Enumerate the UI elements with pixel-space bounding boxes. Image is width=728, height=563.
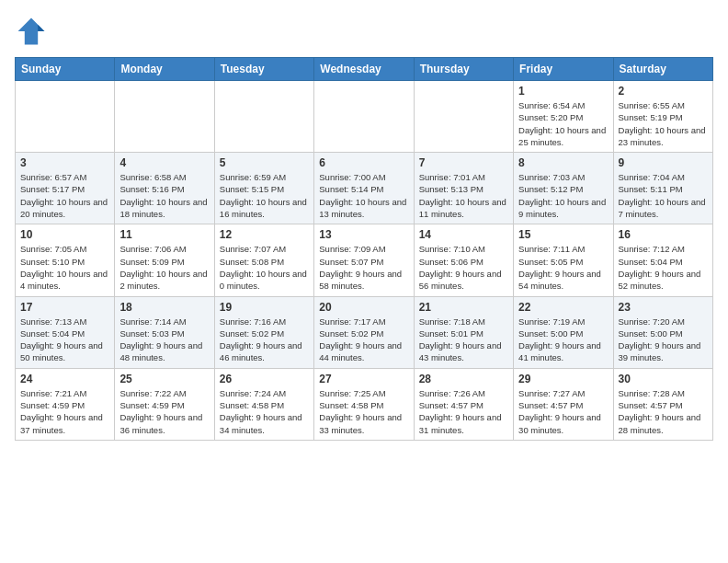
calendar-cell: 28Sunrise: 7:26 AM Sunset: 4:57 PM Dayli…: [414, 368, 513, 440]
calendar-cell: 23Sunrise: 7:20 AM Sunset: 5:00 PM Dayli…: [613, 296, 712, 368]
calendar-cell: 20Sunrise: 7:17 AM Sunset: 5:02 PM Dayli…: [314, 296, 414, 368]
day-info: Sunrise: 7:01 AM Sunset: 5:13 PM Dayligh…: [419, 171, 508, 220]
calendar-cell: 13Sunrise: 7:09 AM Sunset: 5:07 PM Dayli…: [314, 224, 414, 296]
day-info: Sunrise: 7:12 AM Sunset: 5:04 PM Dayligh…: [619, 243, 708, 292]
calendar-cell: 30Sunrise: 7:28 AM Sunset: 4:57 PM Dayli…: [613, 368, 712, 440]
day-info: Sunrise: 7:03 AM Sunset: 5:12 PM Dayligh…: [518, 171, 608, 220]
calendar-day-header: Thursday: [414, 58, 513, 81]
calendar-cell: 17Sunrise: 7:13 AM Sunset: 5:04 PM Dayli…: [16, 296, 115, 368]
calendar-table: SundayMondayTuesdayWednesdayThursdayFrid…: [15, 57, 713, 441]
day-number: 3: [20, 156, 109, 169]
day-info: Sunrise: 7:28 AM Sunset: 4:57 PM Dayligh…: [619, 387, 708, 436]
day-number: 27: [319, 373, 408, 385]
day-info: Sunrise: 6:59 AM Sunset: 5:15 PM Dayligh…: [220, 171, 309, 220]
calendar-day-header: Friday: [514, 58, 613, 81]
day-number: 17: [20, 301, 109, 314]
calendar-cell: 4Sunrise: 6:58 AM Sunset: 5:16 PM Daylig…: [115, 153, 214, 224]
calendar-cell: 18Sunrise: 7:14 AM Sunset: 5:03 PM Dayli…: [115, 296, 214, 368]
calendar-header-row: SundayMondayTuesdayWednesdayThursdayFrid…: [16, 58, 713, 81]
day-info: Sunrise: 7:11 AM Sunset: 5:05 PM Dayligh…: [518, 243, 608, 292]
day-number: 29: [518, 373, 608, 385]
day-number: 18: [119, 301, 209, 314]
day-info: Sunrise: 7:19 AM Sunset: 5:00 PM Dayligh…: [518, 316, 608, 364]
day-number: 10: [20, 228, 109, 241]
calendar-cell: 24Sunrise: 7:21 AM Sunset: 4:59 PM Dayli…: [16, 368, 115, 440]
day-number: 9: [619, 156, 708, 169]
day-info: Sunrise: 7:26 AM Sunset: 4:57 PM Dayligh…: [419, 387, 508, 436]
day-number: 26: [220, 373, 309, 385]
day-number: 22: [518, 301, 608, 314]
calendar-cell: 6Sunrise: 7:00 AM Sunset: 5:14 PM Daylig…: [314, 153, 414, 224]
calendar-week-row: 10Sunrise: 7:05 AM Sunset: 5:10 PM Dayli…: [16, 224, 713, 296]
calendar-cell: 14Sunrise: 7:10 AM Sunset: 5:06 PM Dayli…: [414, 224, 513, 296]
header: [15, 15, 713, 48]
calendar-week-row: 1Sunrise: 6:54 AM Sunset: 5:20 PM Daylig…: [16, 81, 713, 153]
day-info: Sunrise: 7:10 AM Sunset: 5:06 PM Dayligh…: [419, 243, 508, 292]
day-number: 19: [220, 301, 309, 314]
day-info: Sunrise: 6:54 AM Sunset: 5:20 PM Dayligh…: [518, 99, 608, 148]
day-info: Sunrise: 7:09 AM Sunset: 5:07 PM Dayligh…: [319, 243, 408, 292]
day-number: 23: [619, 301, 708, 314]
day-number: 5: [220, 156, 309, 169]
calendar-cell: 3Sunrise: 6:57 AM Sunset: 5:17 PM Daylig…: [16, 153, 115, 224]
day-number: 13: [319, 228, 408, 241]
calendar-cell: 5Sunrise: 6:59 AM Sunset: 5:15 PM Daylig…: [214, 153, 313, 224]
page: SundayMondayTuesdayWednesdayThursdayFrid…: [0, 0, 728, 450]
calendar-cell: 16Sunrise: 7:12 AM Sunset: 5:04 PM Dayli…: [613, 224, 712, 296]
day-info: Sunrise: 7:25 AM Sunset: 4:58 PM Dayligh…: [319, 387, 408, 436]
calendar-cell: [314, 81, 414, 153]
logo: [15, 15, 51, 48]
day-number: 14: [419, 228, 508, 241]
day-info: Sunrise: 7:27 AM Sunset: 4:57 PM Dayligh…: [518, 387, 608, 436]
day-info: Sunrise: 7:07 AM Sunset: 5:08 PM Dayligh…: [220, 243, 309, 292]
calendar-cell: 12Sunrise: 7:07 AM Sunset: 5:08 PM Dayli…: [214, 224, 313, 296]
day-number: 24: [20, 373, 109, 385]
day-info: Sunrise: 7:13 AM Sunset: 5:04 PM Dayligh…: [20, 316, 109, 364]
day-number: 25: [119, 373, 209, 385]
day-info: Sunrise: 7:06 AM Sunset: 5:09 PM Dayligh…: [119, 243, 209, 292]
day-number: 4: [119, 156, 209, 169]
calendar-cell: [16, 81, 115, 153]
calendar-cell: 25Sunrise: 7:22 AM Sunset: 4:59 PM Dayli…: [115, 368, 214, 440]
day-info: Sunrise: 7:14 AM Sunset: 5:03 PM Dayligh…: [119, 316, 209, 364]
day-info: Sunrise: 7:16 AM Sunset: 5:02 PM Dayligh…: [220, 316, 309, 364]
calendar-cell: 21Sunrise: 7:18 AM Sunset: 5:01 PM Dayli…: [414, 296, 513, 368]
calendar-cell: 22Sunrise: 7:19 AM Sunset: 5:00 PM Dayli…: [514, 296, 613, 368]
calendar-cell: 9Sunrise: 7:04 AM Sunset: 5:11 PM Daylig…: [613, 153, 712, 224]
day-number: 30: [619, 373, 708, 385]
day-number: 7: [419, 156, 508, 169]
day-info: Sunrise: 7:00 AM Sunset: 5:14 PM Dayligh…: [319, 171, 408, 220]
day-info: Sunrise: 6:58 AM Sunset: 5:16 PM Dayligh…: [119, 171, 209, 220]
calendar-week-row: 3Sunrise: 6:57 AM Sunset: 5:17 PM Daylig…: [16, 153, 713, 224]
day-number: 11: [119, 228, 209, 241]
calendar-cell: 15Sunrise: 7:11 AM Sunset: 5:05 PM Dayli…: [514, 224, 613, 296]
day-number: 16: [619, 228, 708, 241]
calendar-cell: 26Sunrise: 7:24 AM Sunset: 4:58 PM Dayli…: [214, 368, 313, 440]
day-number: 1: [518, 85, 608, 98]
day-number: 21: [419, 301, 508, 314]
day-number: 28: [419, 373, 508, 385]
day-number: 20: [319, 301, 408, 314]
day-number: 8: [518, 156, 608, 169]
calendar-cell: [214, 81, 313, 153]
day-info: Sunrise: 7:20 AM Sunset: 5:00 PM Dayligh…: [619, 316, 708, 364]
calendar-cell: 11Sunrise: 7:06 AM Sunset: 5:09 PM Dayli…: [115, 224, 214, 296]
calendar-day-header: Monday: [115, 58, 214, 81]
calendar-cell: 19Sunrise: 7:16 AM Sunset: 5:02 PM Dayli…: [214, 296, 313, 368]
day-info: Sunrise: 7:18 AM Sunset: 5:01 PM Dayligh…: [419, 316, 508, 364]
calendar-day-header: Saturday: [613, 58, 712, 81]
calendar-cell: 27Sunrise: 7:25 AM Sunset: 4:58 PM Dayli…: [314, 368, 414, 440]
calendar-cell: 1Sunrise: 6:54 AM Sunset: 5:20 PM Daylig…: [514, 81, 613, 153]
calendar-cell: 2Sunrise: 6:55 AM Sunset: 5:19 PM Daylig…: [613, 81, 712, 153]
day-info: Sunrise: 7:17 AM Sunset: 5:02 PM Dayligh…: [319, 316, 408, 364]
day-info: Sunrise: 6:55 AM Sunset: 5:19 PM Dayligh…: [619, 99, 708, 148]
calendar-day-header: Sunday: [16, 58, 115, 81]
day-info: Sunrise: 6:57 AM Sunset: 5:17 PM Dayligh…: [20, 171, 109, 220]
calendar-week-row: 24Sunrise: 7:21 AM Sunset: 4:59 PM Dayli…: [16, 368, 713, 440]
day-number: 6: [319, 156, 408, 169]
calendar-day-header: Tuesday: [214, 58, 313, 81]
day-number: 15: [518, 228, 608, 241]
calendar-cell: [414, 81, 513, 153]
day-info: Sunrise: 7:05 AM Sunset: 5:10 PM Dayligh…: [20, 243, 109, 292]
calendar-day-header: Wednesday: [314, 58, 414, 81]
